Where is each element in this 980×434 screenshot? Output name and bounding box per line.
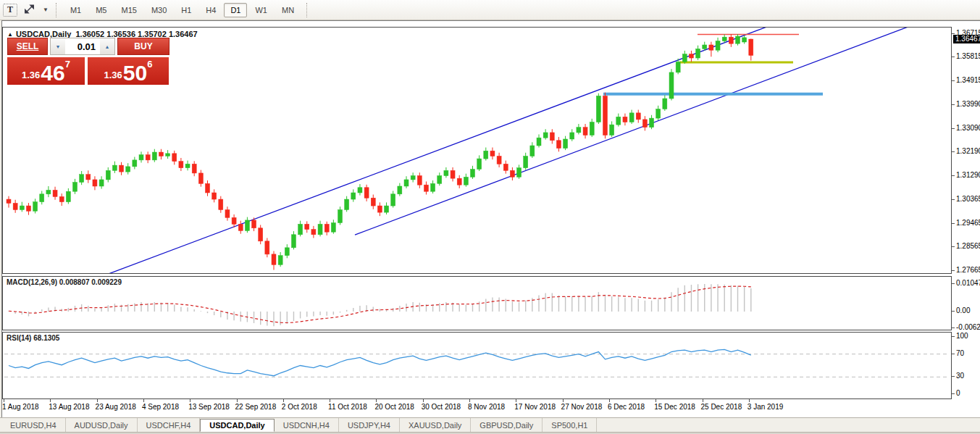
- axis-tick-mark: [952, 376, 955, 377]
- candle: [722, 35, 726, 43]
- candle: [13, 200, 17, 213]
- buy-button-label: BUY: [134, 41, 152, 51]
- candle: [265, 238, 269, 257]
- volume-input[interactable]: 0.01: [65, 38, 100, 54]
- candle: [398, 183, 402, 196]
- toolbar: T ▼ M1M5M15M30H1H4D1W1MN: [0, 0, 980, 20]
- candle: [20, 202, 24, 212]
- timeframe-button-d1[interactable]: D1: [224, 3, 247, 17]
- candle: [198, 170, 203, 187]
- macd-plot[interactable]: [3, 277, 951, 330]
- time-axis-tick: [609, 399, 610, 402]
- timeframe-button-h4[interactable]: H4: [199, 3, 222, 17]
- time-axis-tick: [469, 399, 470, 402]
- candle: [636, 110, 640, 123]
- time-axis[interactable]: 1 Aug 201813 Aug 201823 Aug 20184 Sep 20…: [2, 399, 952, 418]
- candle: [385, 202, 389, 214]
- symbol-tab-xauusd[interactable]: XAUUSD,Daily: [400, 418, 471, 432]
- candle: [112, 162, 117, 173]
- candle: [86, 170, 91, 183]
- candle: [53, 187, 57, 200]
- candle: [709, 42, 713, 57]
- candle: [736, 34, 740, 46]
- price-axis-label: 1.33990: [956, 100, 980, 108]
- sell-button[interactable]: SELL: [7, 38, 48, 55]
- axis-tick-mark: [952, 80, 955, 81]
- candle: [404, 176, 409, 188]
- timeframe-button-mn[interactable]: MN: [275, 3, 301, 17]
- candle: [7, 196, 11, 208]
- sell-price-pipette: 7: [65, 59, 70, 70]
- timeframe-button-m5[interactable]: M5: [89, 3, 113, 17]
- candle: [729, 34, 733, 47]
- sell-price-display[interactable]: 1.36 46 7: [7, 57, 85, 85]
- chevron-down-icon[interactable]: ▼: [41, 7, 51, 13]
- timeframe-button-m15[interactable]: M15: [114, 3, 143, 17]
- buy-button[interactable]: BUY: [117, 38, 169, 55]
- timeframe-button-h1[interactable]: H1: [175, 3, 198, 17]
- volume-decrease-button[interactable]: ▼: [51, 38, 65, 54]
- candle: [682, 51, 687, 64]
- candle: [106, 167, 110, 183]
- time-axis-label: 27 Nov 2018: [561, 403, 603, 411]
- sell-button-label: SELL: [17, 41, 39, 51]
- candle: [477, 155, 482, 171]
- candle: [663, 95, 667, 111]
- candle: [324, 222, 329, 235]
- candle: [556, 137, 561, 151]
- candle: [206, 180, 210, 196]
- cursor-arrows-tool-button[interactable]: [19, 3, 40, 17]
- text-tool-button[interactable]: T: [3, 4, 17, 17]
- buy-price-display[interactable]: 1.36 50 6: [88, 57, 169, 85]
- candle: [437, 172, 442, 185]
- price-axis-label: 1.29465: [956, 219, 980, 227]
- candle: [93, 176, 97, 190]
- symbol-tab-sp500[interactable]: SP500,H1: [543, 418, 597, 432]
- time-axis-tick: [656, 399, 656, 402]
- candle: [451, 167, 455, 181]
- candle: [457, 175, 461, 188]
- axis-tick-mark: [952, 57, 955, 57]
- candle: [742, 36, 747, 44]
- price-axis[interactable]: 1.367151.358151.349151.339901.330901.321…: [952, 21, 980, 418]
- timeframe-button-m1[interactable]: M1: [64, 3, 88, 17]
- rsi-panel[interactable]: RSI(14) 68.1305: [2, 332, 952, 399]
- symbol-tab-usdjpy[interactable]: USDJPY,H4: [339, 418, 400, 432]
- current-price-tag: 1.36467: [953, 35, 980, 43]
- macd-axis-label: 0.00: [956, 306, 970, 314]
- time-axis-tick: [376, 399, 377, 402]
- candle: [377, 202, 382, 216]
- buy-price-pipette: 6: [147, 59, 152, 70]
- time-axis-label: 2 Oct 2018: [282, 403, 317, 411]
- candle: [219, 196, 223, 213]
- diagonal-arrows-icon: [24, 4, 35, 16]
- macd-panel[interactable]: MACD(12,26,9) 0.008807 0.009229: [2, 276, 952, 330]
- axis-tick-mark: [952, 393, 955, 394]
- candle: [497, 153, 501, 167]
- main-chart-panel[interactable]: ▲USDCAD,Daily 1.36052 1.36536 1.35702 1.…: [2, 27, 952, 274]
- rsi-label: RSI(14) 68.1305: [7, 334, 59, 342]
- symbol-tab-usdchf[interactable]: USDCHF,H4: [138, 418, 201, 432]
- timeframe-button-w1[interactable]: W1: [248, 3, 274, 17]
- time-axis-label: 17 Nov 2018: [514, 403, 556, 411]
- candle: [272, 251, 276, 270]
- time-axis-label: 13 Aug 2018: [49, 403, 89, 411]
- candle: [543, 129, 548, 139]
- symbol-tab-usdcad[interactable]: USDCAD,Daily: [200, 419, 274, 432]
- candle: [33, 199, 38, 213]
- candle: [120, 162, 124, 175]
- candle: [537, 134, 541, 147]
- volume-increase-button[interactable]: ▲: [100, 38, 114, 54]
- rsi-plot[interactable]: [3, 333, 951, 398]
- symbol-tab-audusd[interactable]: AUDUSD,Daily: [66, 418, 138, 432]
- collapse-icon[interactable]: ▲: [7, 31, 13, 38]
- symbol-tab-eurusd[interactable]: EURUSD,H4: [1, 418, 66, 432]
- candle: [616, 114, 621, 127]
- symbol-tab-gbpusd[interactable]: GBPUSD,Daily: [471, 418, 543, 432]
- axis-tick-mark: [952, 175, 955, 176]
- time-axis-label: 4 Sep 2018: [142, 403, 179, 411]
- time-axis-label: 25 Dec 2018: [701, 403, 742, 411]
- symbol-tab-usdcnh[interactable]: USDCNH,H4: [275, 418, 339, 432]
- candle: [503, 161, 508, 174]
- timeframe-button-m30[interactable]: M30: [145, 3, 173, 17]
